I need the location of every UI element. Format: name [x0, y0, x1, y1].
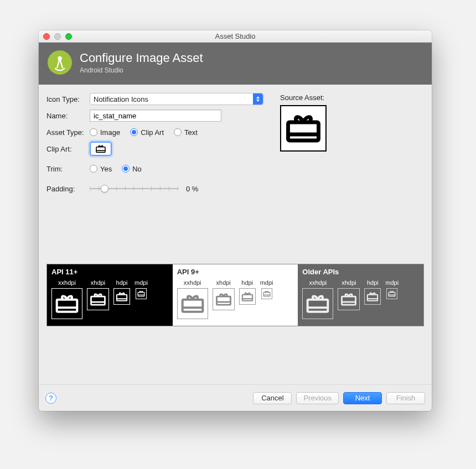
clipart-label: Clip Art:	[46, 145, 90, 153]
panel-title: API 11+	[51, 268, 168, 276]
source-asset-label: Source Asset:	[280, 93, 424, 102]
preview-icon-box	[338, 288, 360, 310]
dialog-footer: ? Cancel Previous Next Finish	[39, 384, 432, 411]
size-label: xxhdpi	[302, 279, 333, 286]
next-button[interactable]: Next	[343, 392, 382, 404]
preview-icon-box	[213, 288, 235, 310]
size-label: mdpi	[385, 279, 399, 286]
dialog-subtitle: Android Studio	[80, 66, 203, 74]
radio-label: No	[132, 165, 142, 173]
svg-rect-3	[288, 122, 319, 140]
preview-panels: API 11+ xxhdpi xhdpi hdpi md	[46, 264, 424, 326]
svg-rect-25	[368, 294, 377, 300]
preview-icon-box	[364, 288, 381, 305]
trim-label: Trim:	[46, 165, 90, 173]
panel-title: Older APIs	[302, 268, 419, 276]
preview-icon-box	[87, 288, 109, 310]
size-label: xhdpi	[338, 279, 360, 286]
dialog-title: Configure Image Asset	[80, 51, 203, 65]
size-label: xhdpi	[87, 279, 109, 286]
dialog-body: Icon Type: Notification Icons Name: Asse…	[39, 85, 432, 384]
cancel-button[interactable]: Cancel	[253, 392, 292, 404]
gift-icon	[285, 112, 322, 144]
preview-icon-box	[239, 288, 256, 305]
icon-type-label: Icon Type:	[46, 95, 90, 103]
finish-button[interactable]: Finish	[386, 392, 425, 404]
source-asset-preview	[280, 105, 327, 152]
radio-label: Text	[184, 128, 198, 137]
svg-rect-13	[182, 300, 203, 312]
asset-type-text-radio[interactable]: Text	[174, 128, 198, 137]
padding-slider[interactable]	[90, 185, 178, 192]
size-label: mdpi	[260, 279, 273, 286]
size-label: xxhdpi	[177, 279, 208, 286]
svg-rect-27	[389, 293, 395, 296]
panel-title: API 9+	[177, 268, 294, 276]
preview-panel-api9: API 9+ xxhdpi xhdpi hdpi mdp	[173, 264, 298, 326]
preview-icon-box	[386, 288, 397, 299]
asset-type-clipart-radio[interactable]: Clip Art	[130, 128, 164, 137]
slider-thumb-icon	[101, 185, 108, 192]
trim-yes-radio[interactable]: Yes	[90, 165, 112, 173]
icon-type-select[interactable]: Notification Icons	[90, 93, 263, 105]
window-title: Asset Studio	[39, 32, 432, 40]
svg-rect-11	[138, 293, 144, 296]
icon-type-value: Notification Icons	[94, 95, 148, 103]
preview-icon-box	[113, 288, 130, 305]
previous-button[interactable]: Previous	[296, 392, 339, 404]
android-studio-logo-icon	[48, 50, 72, 75]
titlebar: Asset Studio	[39, 30, 432, 43]
svg-rect-19	[263, 293, 270, 296]
asset-type-image-radio[interactable]: Image	[90, 128, 120, 137]
svg-rect-7	[91, 296, 105, 305]
size-label: xhdpi	[213, 279, 235, 286]
svg-point-0	[59, 57, 61, 60]
select-arrows-icon	[253, 93, 263, 105]
dialog-window: Asset Studio Configure Image Asset Andro…	[39, 30, 432, 411]
size-label: hdpi	[239, 279, 256, 286]
asset-type-label: Asset Type:	[46, 128, 90, 137]
preview-icon-box	[51, 288, 82, 319]
preview-icon-box	[177, 288, 208, 319]
radio-label: Image	[100, 128, 120, 137]
padding-label: Padding:	[46, 185, 90, 193]
svg-rect-15	[216, 296, 230, 305]
preview-panel-api11: API 11+ xxhdpi xhdpi hdpi md	[47, 264, 173, 326]
svg-rect-5	[57, 300, 77, 312]
preview-icon-box	[302, 288, 333, 319]
svg-rect-21	[308, 300, 328, 312]
name-label: Name:	[46, 112, 90, 120]
dialog-header: Configure Image Asset Android Studio	[39, 43, 432, 85]
svg-rect-9	[117, 294, 127, 300]
padding-value: 0 %	[186, 185, 198, 193]
preview-icon-box	[136, 288, 147, 299]
name-field[interactable]	[90, 110, 221, 122]
help-button[interactable]: ?	[45, 393, 56, 404]
preview-icon-box	[261, 288, 272, 299]
preview-panel-older: Older APIs xxhdpi xhdpi hdpi	[298, 264, 423, 326]
size-label: mdpi	[134, 279, 148, 286]
radio-label: Clip Art	[141, 128, 164, 137]
svg-rect-23	[342, 296, 356, 305]
gift-icon	[95, 144, 106, 153]
size-label: xxhdpi	[51, 279, 82, 286]
svg-rect-17	[242, 294, 252, 300]
size-label: hdpi	[113, 279, 130, 286]
trim-no-radio[interactable]: No	[122, 165, 142, 173]
radio-label: Yes	[100, 165, 112, 173]
svg-rect-1	[96, 147, 105, 153]
size-label: hdpi	[364, 279, 381, 286]
clipart-picker-button[interactable]	[90, 142, 112, 156]
